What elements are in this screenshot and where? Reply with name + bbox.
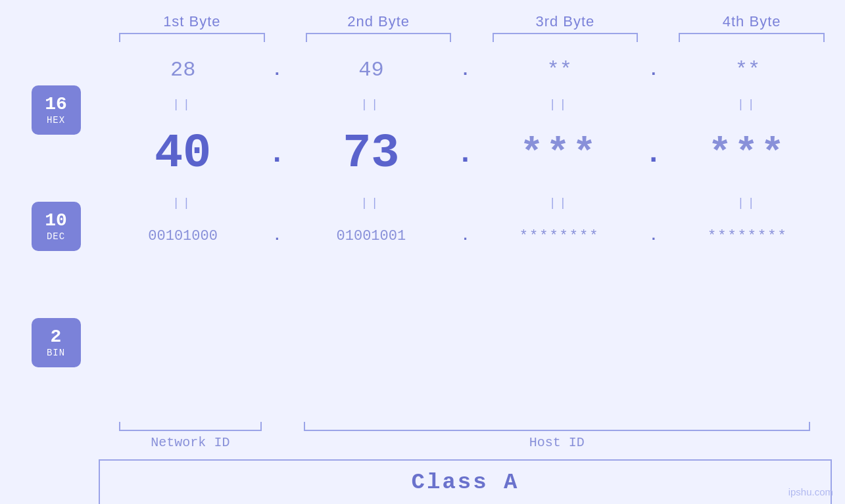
hex-b2: 49 — [358, 58, 383, 82]
bin-b1: 00101000 — [148, 228, 218, 244]
hex-b3: ** — [546, 58, 571, 82]
hex-badge: 16 HEX — [32, 85, 81, 135]
bottom-brackets — [0, 422, 845, 431]
bin-b2: 01001001 — [337, 228, 406, 244]
sep-row-2: || || || || — [99, 193, 845, 213]
hex-dot2: . — [460, 60, 471, 80]
host-id-label: Host ID — [529, 435, 585, 450]
byte2-header: 2nd Byte — [285, 13, 472, 30]
dec-badge: 10 DEC — [32, 202, 81, 251]
watermark: ipshu.com — [788, 486, 833, 497]
class-label: Class A — [412, 470, 519, 495]
bin-dot3: . — [649, 228, 658, 244]
bracket2 — [285, 33, 472, 42]
bracket3 — [472, 33, 659, 42]
hex-dot1: . — [272, 60, 282, 80]
bin-b3: ******** — [519, 228, 600, 244]
dec-b2: 73 — [343, 127, 399, 181]
segment-labels: Network ID Host ID — [0, 435, 845, 450]
bracket1 — [99, 33, 285, 42]
byte3-header: 3rd Byte — [472, 13, 659, 30]
byte4-header: 4th Byte — [658, 13, 845, 30]
hex-b1: 28 — [170, 58, 195, 82]
main-container: 1st Byte 2nd Byte 3rd Byte 4th Byte 16 H… — [0, 0, 845, 504]
class-bar: Class A — [99, 459, 832, 504]
dec-b3: *** — [520, 131, 599, 176]
hex-dot3: . — [648, 60, 659, 80]
dec-dot2: . — [456, 137, 473, 170]
hex-b4: ** — [735, 58, 760, 82]
bin-badge: 2 BIN — [32, 318, 81, 367]
dec-row: 40 . 73 . *** . *** — [99, 114, 845, 193]
bin-dot1: . — [273, 228, 281, 244]
dec-dot1: . — [268, 137, 285, 170]
hex-row: 28 . 49 . ** . ** — [99, 45, 845, 95]
network-id-label: Network ID — [151, 435, 229, 450]
bin-b4: ******** — [708, 228, 788, 244]
bracket4 — [658, 33, 845, 42]
bin-dot2: . — [461, 228, 470, 244]
sep-row-1: || || || || — [99, 95, 845, 114]
dec-dot3: . — [645, 137, 662, 170]
byte1-header: 1st Byte — [99, 13, 285, 30]
dec-b4: *** — [708, 131, 787, 176]
bin-row: 00101000 . 01001001 . ******** . *******… — [99, 213, 845, 259]
dec-b1: 40 — [155, 127, 211, 181]
